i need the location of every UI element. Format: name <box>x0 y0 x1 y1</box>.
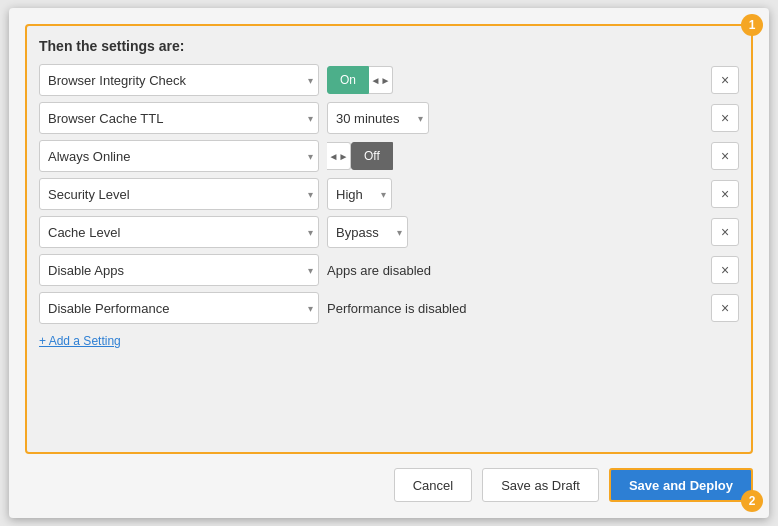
remove-button-2[interactable]: × <box>711 104 739 132</box>
save-draft-button[interactable]: Save as Draft <box>482 468 599 502</box>
setting-select-3[interactable]: Always Online <box>39 140 319 172</box>
table-row: Browser Integrity Check ▾ On ◄► × <box>39 64 739 96</box>
setting-select-2[interactable]: Browser Cache TTL <box>39 102 319 134</box>
remove-button-3[interactable]: × <box>711 142 739 170</box>
table-row: Disable Performance ▾ Performance is dis… <box>39 292 739 324</box>
toggle-off-button-3[interactable]: Off <box>351 142 393 170</box>
setting-select-4[interactable]: Security Level <box>39 178 319 210</box>
value-area-2: 30 minutes ▾ <box>327 102 703 134</box>
settings-section: 1 Then the settings are: Browser Integri… <box>25 24 753 454</box>
value-select-2[interactable]: 30 minutes <box>327 102 429 134</box>
setting-select-wrapper-5: Cache Level ▾ <box>39 216 319 248</box>
badge-1: 1 <box>741 14 763 36</box>
table-row: Cache Level ▾ Bypass ▾ × <box>39 216 739 248</box>
modal: 1 Then the settings are: Browser Integri… <box>9 8 769 518</box>
remove-button-4[interactable]: × <box>711 180 739 208</box>
badge-2: 2 <box>741 490 763 512</box>
section-title: Then the settings are: <box>39 38 739 54</box>
value-select-5[interactable]: Bypass <box>327 216 408 248</box>
value-select-4[interactable]: High <box>327 178 392 210</box>
value-area-4: High ▾ <box>327 178 703 210</box>
setting-select-7[interactable]: Disable Performance <box>39 292 319 324</box>
value-select-wrapper-4: High ▾ <box>327 178 392 210</box>
value-select-wrapper-5: Bypass ▾ <box>327 216 408 248</box>
settings-rows: Browser Integrity Check ▾ On ◄► × Browse… <box>39 64 739 324</box>
add-setting-link[interactable]: + Add a Setting <box>39 334 121 348</box>
setting-select-wrapper-3: Always Online ▾ <box>39 140 319 172</box>
setting-select-wrapper-2: Browser Cache TTL ▾ <box>39 102 319 134</box>
value-area-7: Performance is disabled <box>327 301 703 316</box>
value-area-1: On ◄► <box>327 64 703 96</box>
table-row: Security Level ▾ High ▾ × <box>39 178 739 210</box>
setting-select-5[interactable]: Cache Level <box>39 216 319 248</box>
footer: Cancel Save as Draft Save and Deploy 2 <box>25 468 753 502</box>
toggle-on-button-1[interactable]: On <box>327 66 369 94</box>
value-area-5: Bypass ▾ <box>327 216 703 248</box>
value-area-6: Apps are disabled <box>327 263 703 278</box>
table-row: Disable Apps ▾ Apps are disabled × <box>39 254 739 286</box>
setting-select-1[interactable]: Browser Integrity Check <box>39 64 319 96</box>
static-value-7: Performance is disabled <box>327 301 466 316</box>
setting-select-wrapper-4: Security Level ▾ <box>39 178 319 210</box>
deploy-wrapper: Save and Deploy 2 <box>609 468 753 502</box>
toggle-arrow-1[interactable]: ◄► <box>369 66 393 94</box>
table-row: Always Online ▾ ◄► Off × <box>39 140 739 172</box>
cancel-button[interactable]: Cancel <box>394 468 472 502</box>
value-select-wrapper-2: 30 minutes ▾ <box>327 102 429 134</box>
setting-select-wrapper-1: Browser Integrity Check ▾ <box>39 64 319 96</box>
static-value-6: Apps are disabled <box>327 263 431 278</box>
toggle-group-1: On ◄► <box>327 64 393 96</box>
save-deploy-button[interactable]: Save and Deploy <box>609 468 753 502</box>
remove-button-7[interactable]: × <box>711 294 739 322</box>
value-area-3: ◄► Off <box>327 140 703 172</box>
setting-select-wrapper-7: Disable Performance ▾ <box>39 292 319 324</box>
remove-button-6[interactable]: × <box>711 256 739 284</box>
remove-button-5[interactable]: × <box>711 218 739 246</box>
table-row: Browser Cache TTL ▾ 30 minutes ▾ × <box>39 102 739 134</box>
remove-button-1[interactable]: × <box>711 66 739 94</box>
setting-select-6[interactable]: Disable Apps <box>39 254 319 286</box>
toggle-arrow-left-3[interactable]: ◄► <box>327 142 351 170</box>
toggle-group-3: ◄► Off <box>327 140 393 172</box>
setting-select-wrapper-6: Disable Apps ▾ <box>39 254 319 286</box>
